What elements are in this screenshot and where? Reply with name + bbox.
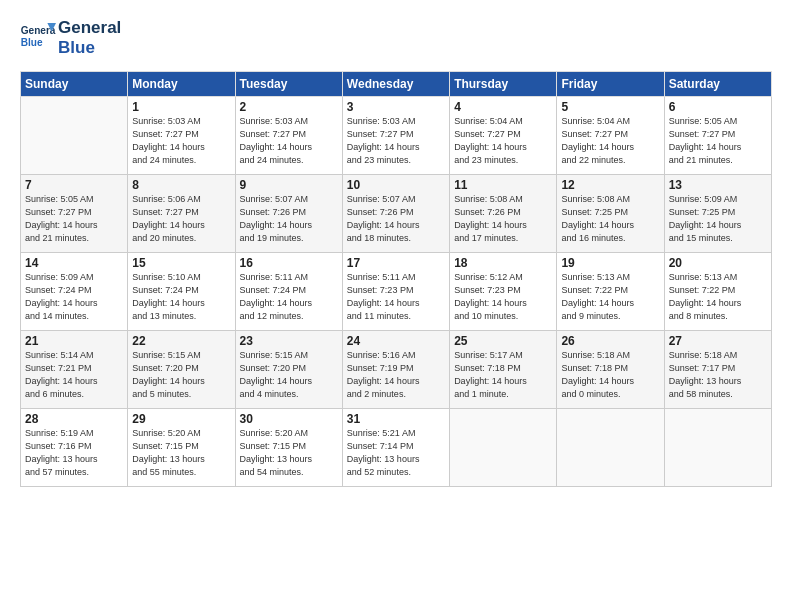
- day-cell: 26Sunrise: 5:18 AM Sunset: 7:18 PM Dayli…: [557, 330, 664, 408]
- day-info: Sunrise: 5:18 AM Sunset: 7:17 PM Dayligh…: [669, 349, 767, 401]
- day-cell: 11Sunrise: 5:08 AM Sunset: 7:26 PM Dayli…: [450, 174, 557, 252]
- day-info: Sunrise: 5:03 AM Sunset: 7:27 PM Dayligh…: [347, 115, 445, 167]
- day-info: Sunrise: 5:20 AM Sunset: 7:15 PM Dayligh…: [132, 427, 230, 479]
- header-cell-tuesday: Tuesday: [235, 71, 342, 96]
- day-cell: 4Sunrise: 5:04 AM Sunset: 7:27 PM Daylig…: [450, 96, 557, 174]
- day-number: 27: [669, 334, 767, 348]
- day-cell: 10Sunrise: 5:07 AM Sunset: 7:26 PM Dayli…: [342, 174, 449, 252]
- day-info: Sunrise: 5:14 AM Sunset: 7:21 PM Dayligh…: [25, 349, 123, 401]
- week-row-4: 21Sunrise: 5:14 AM Sunset: 7:21 PM Dayli…: [21, 330, 772, 408]
- day-info: Sunrise: 5:17 AM Sunset: 7:18 PM Dayligh…: [454, 349, 552, 401]
- day-number: 22: [132, 334, 230, 348]
- day-info: Sunrise: 5:18 AM Sunset: 7:18 PM Dayligh…: [561, 349, 659, 401]
- day-info: Sunrise: 5:04 AM Sunset: 7:27 PM Dayligh…: [454, 115, 552, 167]
- day-info: Sunrise: 5:16 AM Sunset: 7:19 PM Dayligh…: [347, 349, 445, 401]
- day-number: 19: [561, 256, 659, 270]
- day-info: Sunrise: 5:13 AM Sunset: 7:22 PM Dayligh…: [669, 271, 767, 323]
- header-cell-monday: Monday: [128, 71, 235, 96]
- header-cell-wednesday: Wednesday: [342, 71, 449, 96]
- day-number: 26: [561, 334, 659, 348]
- day-number: 31: [347, 412, 445, 426]
- day-number: 2: [240, 100, 338, 114]
- day-number: 3: [347, 100, 445, 114]
- day-cell: 12Sunrise: 5:08 AM Sunset: 7:25 PM Dayli…: [557, 174, 664, 252]
- day-info: Sunrise: 5:20 AM Sunset: 7:15 PM Dayligh…: [240, 427, 338, 479]
- day-info: Sunrise: 5:03 AM Sunset: 7:27 PM Dayligh…: [240, 115, 338, 167]
- day-number: 12: [561, 178, 659, 192]
- day-info: Sunrise: 5:06 AM Sunset: 7:27 PM Dayligh…: [132, 193, 230, 245]
- day-cell: 24Sunrise: 5:16 AM Sunset: 7:19 PM Dayli…: [342, 330, 449, 408]
- day-number: 21: [25, 334, 123, 348]
- day-number: 11: [454, 178, 552, 192]
- header-cell-friday: Friday: [557, 71, 664, 96]
- day-info: Sunrise: 5:10 AM Sunset: 7:24 PM Dayligh…: [132, 271, 230, 323]
- day-cell: 2Sunrise: 5:03 AM Sunset: 7:27 PM Daylig…: [235, 96, 342, 174]
- week-row-3: 14Sunrise: 5:09 AM Sunset: 7:24 PM Dayli…: [21, 252, 772, 330]
- day-cell: [21, 96, 128, 174]
- day-info: Sunrise: 5:05 AM Sunset: 7:27 PM Dayligh…: [669, 115, 767, 167]
- day-cell: 28Sunrise: 5:19 AM Sunset: 7:16 PM Dayli…: [21, 408, 128, 486]
- day-info: Sunrise: 5:05 AM Sunset: 7:27 PM Dayligh…: [25, 193, 123, 245]
- day-cell: 8Sunrise: 5:06 AM Sunset: 7:27 PM Daylig…: [128, 174, 235, 252]
- day-cell: 19Sunrise: 5:13 AM Sunset: 7:22 PM Dayli…: [557, 252, 664, 330]
- day-cell: 23Sunrise: 5:15 AM Sunset: 7:20 PM Dayli…: [235, 330, 342, 408]
- day-info: Sunrise: 5:13 AM Sunset: 7:22 PM Dayligh…: [561, 271, 659, 323]
- day-number: 7: [25, 178, 123, 192]
- day-number: 5: [561, 100, 659, 114]
- day-number: 16: [240, 256, 338, 270]
- day-info: Sunrise: 5:08 AM Sunset: 7:25 PM Dayligh…: [561, 193, 659, 245]
- day-number: 14: [25, 256, 123, 270]
- day-info: Sunrise: 5:15 AM Sunset: 7:20 PM Dayligh…: [240, 349, 338, 401]
- day-number: 9: [240, 178, 338, 192]
- day-cell: 3Sunrise: 5:03 AM Sunset: 7:27 PM Daylig…: [342, 96, 449, 174]
- day-cell: 22Sunrise: 5:15 AM Sunset: 7:20 PM Dayli…: [128, 330, 235, 408]
- day-cell: 30Sunrise: 5:20 AM Sunset: 7:15 PM Dayli…: [235, 408, 342, 486]
- day-info: Sunrise: 5:07 AM Sunset: 7:26 PM Dayligh…: [347, 193, 445, 245]
- day-cell: 6Sunrise: 5:05 AM Sunset: 7:27 PM Daylig…: [664, 96, 771, 174]
- day-cell: 14Sunrise: 5:09 AM Sunset: 7:24 PM Dayli…: [21, 252, 128, 330]
- day-number: 1: [132, 100, 230, 114]
- header: General Blue General Blue: [20, 18, 772, 59]
- day-cell: [557, 408, 664, 486]
- day-number: 8: [132, 178, 230, 192]
- week-row-2: 7Sunrise: 5:05 AM Sunset: 7:27 PM Daylig…: [21, 174, 772, 252]
- day-cell: 31Sunrise: 5:21 AM Sunset: 7:14 PM Dayli…: [342, 408, 449, 486]
- day-info: Sunrise: 5:11 AM Sunset: 7:23 PM Dayligh…: [347, 271, 445, 323]
- day-number: 10: [347, 178, 445, 192]
- day-cell: 9Sunrise: 5:07 AM Sunset: 7:26 PM Daylig…: [235, 174, 342, 252]
- day-info: Sunrise: 5:09 AM Sunset: 7:25 PM Dayligh…: [669, 193, 767, 245]
- day-cell: 29Sunrise: 5:20 AM Sunset: 7:15 PM Dayli…: [128, 408, 235, 486]
- week-row-5: 28Sunrise: 5:19 AM Sunset: 7:16 PM Dayli…: [21, 408, 772, 486]
- day-number: 23: [240, 334, 338, 348]
- day-cell: 21Sunrise: 5:14 AM Sunset: 7:21 PM Dayli…: [21, 330, 128, 408]
- header-cell-thursday: Thursday: [450, 71, 557, 96]
- day-info: Sunrise: 5:15 AM Sunset: 7:20 PM Dayligh…: [132, 349, 230, 401]
- day-info: Sunrise: 5:12 AM Sunset: 7:23 PM Dayligh…: [454, 271, 552, 323]
- day-cell: 13Sunrise: 5:09 AM Sunset: 7:25 PM Dayli…: [664, 174, 771, 252]
- day-cell: 18Sunrise: 5:12 AM Sunset: 7:23 PM Dayli…: [450, 252, 557, 330]
- day-number: 30: [240, 412, 338, 426]
- day-number: 25: [454, 334, 552, 348]
- day-cell: 25Sunrise: 5:17 AM Sunset: 7:18 PM Dayli…: [450, 330, 557, 408]
- day-info: Sunrise: 5:11 AM Sunset: 7:24 PM Dayligh…: [240, 271, 338, 323]
- logo-icon: General Blue: [20, 20, 56, 56]
- day-info: Sunrise: 5:03 AM Sunset: 7:27 PM Dayligh…: [132, 115, 230, 167]
- day-cell: 7Sunrise: 5:05 AM Sunset: 7:27 PM Daylig…: [21, 174, 128, 252]
- day-number: 13: [669, 178, 767, 192]
- day-number: 20: [669, 256, 767, 270]
- day-cell: 16Sunrise: 5:11 AM Sunset: 7:24 PM Dayli…: [235, 252, 342, 330]
- day-cell: 20Sunrise: 5:13 AM Sunset: 7:22 PM Dayli…: [664, 252, 771, 330]
- day-number: 18: [454, 256, 552, 270]
- header-cell-saturday: Saturday: [664, 71, 771, 96]
- calendar-table: SundayMondayTuesdayWednesdayThursdayFrid…: [20, 71, 772, 487]
- day-number: 24: [347, 334, 445, 348]
- day-cell: 1Sunrise: 5:03 AM Sunset: 7:27 PM Daylig…: [128, 96, 235, 174]
- day-number: 17: [347, 256, 445, 270]
- day-info: Sunrise: 5:07 AM Sunset: 7:26 PM Dayligh…: [240, 193, 338, 245]
- week-row-1: 1Sunrise: 5:03 AM Sunset: 7:27 PM Daylig…: [21, 96, 772, 174]
- day-cell: 27Sunrise: 5:18 AM Sunset: 7:17 PM Dayli…: [664, 330, 771, 408]
- day-cell: [664, 408, 771, 486]
- svg-text:Blue: Blue: [21, 37, 43, 48]
- day-number: 6: [669, 100, 767, 114]
- logo-text: General Blue: [58, 18, 121, 59]
